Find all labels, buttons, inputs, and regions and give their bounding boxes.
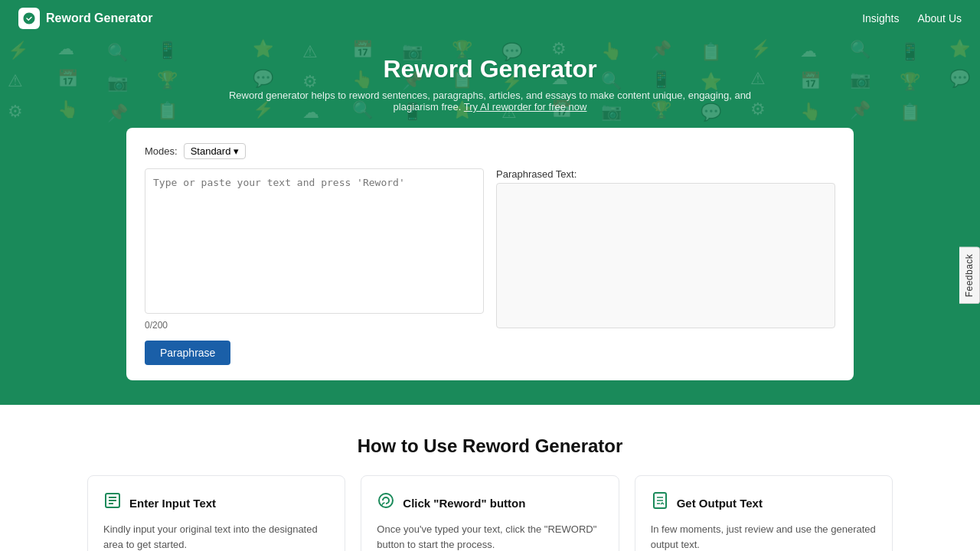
step-3-desc: In few moments, just review and use the … (651, 522, 877, 551)
step-card-1: Enter Input Text Kindly input your origi… (87, 475, 345, 551)
char-count-max: /200 (150, 320, 168, 331)
paraphrase-button[interactable]: Paraphrase (145, 341, 230, 365)
step-2-header: Click "Reword" button (377, 491, 603, 514)
feedback-side[interactable]: Feedback (959, 247, 980, 305)
chevron-down-icon: ▾ (234, 145, 239, 157)
logo-text: Reword Generator (46, 11, 153, 25)
hero-section: ⚡☁🔍📱⭐⚠📅📷🏆💬⚙👆📌📋⚡☁🔍📱⭐⚠📅📷🏆💬⚙👆📌📋⚡☁🔍📱⭐⚠📅📷🏆💬⚙👆… (0, 37, 980, 405)
how-to-title: How to Use Reword Generator (87, 435, 893, 457)
char-count: 0/200 (145, 320, 484, 331)
step-2-desc: Once you've typed your text, click the "… (377, 522, 603, 551)
modes-select[interactable]: Standard ▾ (184, 143, 247, 159)
steps-row: Enter Input Text Kindly input your origi… (87, 475, 893, 551)
tool-card: Modes: Standard ▾ 0/200 Paraphrased Text… (126, 128, 854, 380)
nav-about-us[interactable]: About Us (917, 12, 962, 24)
step-2-icon (377, 491, 395, 514)
svg-point-4 (379, 494, 393, 507)
input-textarea[interactable] (145, 168, 484, 314)
nav-insights[interactable]: Insights (862, 12, 899, 24)
feedback-tab[interactable]: Feedback (959, 247, 980, 305)
how-to-section: How to Use Reword Generator Enter Input … (69, 405, 911, 551)
step-2-title: Click "Reword" button (403, 497, 525, 510)
hero-subtitle-link[interactable]: Try AI reworder for free now (464, 101, 587, 112)
step-3-title: Get Output Text (677, 497, 763, 510)
modes-row: Modes: Standard ▾ (145, 143, 835, 159)
logo[interactable]: Reword Generator (18, 8, 153, 29)
selected-mode: Standard (191, 145, 231, 157)
step-1-desc: Kindly input your original text into the… (103, 522, 329, 551)
step-card-3: Get Output Text In few moments, just rev… (635, 475, 893, 551)
step-1-header: Enter Input Text (103, 491, 329, 514)
step-1-icon (103, 491, 122, 514)
logo-icon (18, 8, 40, 29)
char-count-current: 0 (145, 320, 150, 331)
step-3-header: Get Output Text (651, 491, 877, 514)
text-areas-row: 0/200 Paraphrased Text: (145, 168, 835, 331)
step-1-title: Enter Input Text (129, 497, 216, 510)
output-textarea (496, 183, 835, 328)
step-card-2: Click "Reword" button Once you've typed … (361, 475, 619, 551)
header-nav: Insights About Us (862, 12, 962, 24)
modes-label: Modes: (145, 145, 178, 157)
input-area-wrap: 0/200 (145, 168, 484, 331)
header: Reword Generator Insights About Us (0, 0, 980, 37)
output-label: Paraphrased Text: (496, 168, 835, 180)
step-3-icon (651, 491, 669, 514)
output-area-wrap: Paraphrased Text: (496, 168, 835, 331)
hero-subtitle: Reword generator helps to reword sentenc… (222, 90, 758, 112)
hero-title: Reword Generator (0, 55, 980, 83)
